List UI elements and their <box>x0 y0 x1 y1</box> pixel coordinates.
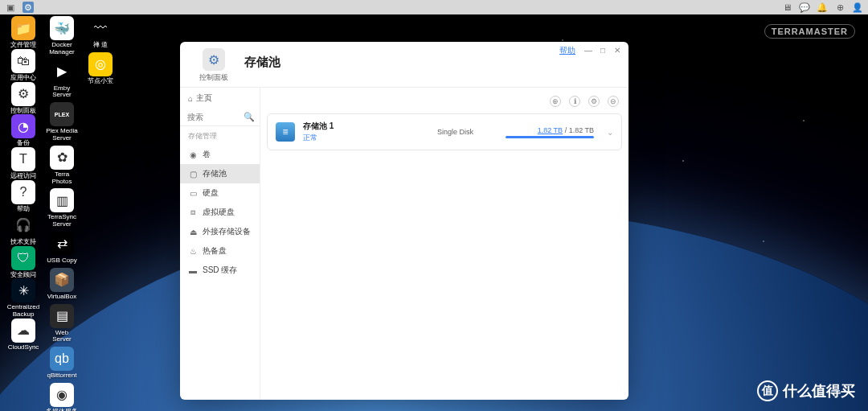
watermark: 值 什么值得买 <box>757 380 855 401</box>
home-icon: ⌂ <box>188 94 193 103</box>
app-icon: ✳ <box>11 278 35 302</box>
control-panel-window: 帮助 ― □ ✕ ⚙ 控制面板 存储池 ⌂主页 🔍 存储管理 ◉卷▢存储池▭硬盘… <box>180 42 628 400</box>
app-icon: ⚙ <box>11 82 35 106</box>
app-icon: 🐳 <box>50 16 74 40</box>
app-label: 技术支持 <box>10 239 36 246</box>
help-link[interactable]: 帮助 <box>559 45 575 56</box>
desktop-app-col1-6[interactable]: 🎧技术支持 <box>6 213 40 246</box>
chat-icon[interactable]: 💬 <box>799 2 810 13</box>
desktop-app-col1-8[interactable]: ✳Centralized Backup <box>6 278 40 319</box>
watermark-text: 什么值得买 <box>783 381 855 401</box>
chevron-down-icon[interactable]: ⌄ <box>607 128 613 137</box>
search-icon[interactable]: 🔍 <box>244 112 255 122</box>
sidebar-home[interactable]: ⌂主页 <box>180 88 260 109</box>
desktop-app-col1-0[interactable]: 📁文件管理 <box>6 16 40 49</box>
pool-name: 存储池 1 <box>303 121 334 132</box>
app-label: 节点小宝 <box>88 78 113 85</box>
desktop-app-col2-6[interactable]: 📦VirtualBox <box>45 268 79 301</box>
pool-status: 正常 <box>303 133 334 143</box>
taskbar-window-icon[interactable]: ▣ <box>5 2 16 13</box>
monitor-icon[interactable]: 🖥 <box>781 2 792 13</box>
watermark-badge: 值 <box>757 380 778 401</box>
desktop-app-col2-8[interactable]: qbqBittorrent <box>45 347 79 380</box>
desktop-app-col2-3[interactable]: ✿Terra Photos <box>45 146 79 186</box>
desktop-app-col3-0[interactable]: 〰禅 道 <box>84 16 117 49</box>
sidebar-item-2[interactable]: ▭硬盘 <box>180 183 260 203</box>
storage-pool-row[interactable]: ≡ 存储池 1 正常 Single Disk 1.82 TB / 1.82 TB… <box>267 113 622 150</box>
sidebar-item-4[interactable]: ⏏外接存储设备 <box>180 222 260 241</box>
sidebar-section-label: 存储管理 <box>180 126 260 145</box>
desktop-app-col1-2[interactable]: ⚙控制面板 <box>6 82 40 115</box>
sidebar-item-label: 热备盘 <box>203 245 227 257</box>
app-icon: qb <box>50 347 74 371</box>
close-button[interactable]: ✕ <box>612 45 622 55</box>
app-label: Plex Media Server <box>45 128 79 142</box>
sidebar-item-icon: ⧈ <box>188 208 198 217</box>
sidebar-item-icon: ▢ <box>188 170 198 179</box>
search-input[interactable] <box>185 110 244 124</box>
app-label: Docker Manager <box>45 42 79 56</box>
app-label: 远程访问 <box>10 173 36 180</box>
control-panel-icon[interactable]: ⚙ 控制面板 <box>199 48 228 83</box>
sidebar-item-icon: ◉ <box>188 150 198 159</box>
app-icon: ▤ <box>50 304 74 328</box>
app-icon: ▥ <box>50 188 74 212</box>
app-icon: T <box>11 147 35 171</box>
desktop-app-col1-1[interactable]: 🛍应用中心 <box>6 49 40 82</box>
brand-logo: TERRAMASTER <box>764 24 855 39</box>
app-icon: 🎧 <box>11 213 35 237</box>
desktop-app-col2-1[interactable]: ▶Emby Server <box>45 60 79 100</box>
desktop-app-col2-7[interactable]: ▤Web Server <box>45 304 79 344</box>
app-icon: ◔ <box>11 114 35 138</box>
maximize-button[interactable]: □ <box>598 45 608 55</box>
desktop-app-col1-9[interactable]: ☁CloudSync <box>6 319 40 351</box>
app-label: 备份 <box>17 140 30 147</box>
desktop-app-col2-4[interactable]: ▥TerraSync Server <box>45 188 79 228</box>
toolbar-btn-1[interactable]: ℹ <box>569 96 580 107</box>
taskbar: ▣ ⚙ 🖥 💬 🔔 ⊕ 👤 <box>0 0 868 14</box>
desktop-app-col1-3[interactable]: ◔备份 <box>6 114 40 147</box>
toolbar-btn-2[interactable]: ⚙ <box>588 96 600 107</box>
app-label: CloudSync <box>8 344 39 351</box>
toolbar-btn-3[interactable]: ⊖ <box>608 96 619 107</box>
sidebar-item-0[interactable]: ◉卷 <box>180 145 260 164</box>
app-icon: ⇄ <box>50 232 74 256</box>
desktop-app-col2-5[interactable]: ⇄USB Copy <box>45 232 79 265</box>
app-icon: ? <box>11 180 35 204</box>
bell-icon[interactable]: 🔔 <box>817 2 828 13</box>
globe-icon[interactable]: ⊕ <box>834 2 845 13</box>
minimize-button[interactable]: ― <box>583 45 593 55</box>
sidebar-item-icon: ♨ <box>188 247 198 256</box>
app-label: Emby Server <box>45 85 79 100</box>
app-icon: ▶ <box>50 60 74 84</box>
app-label: 控制面板 <box>10 108 36 115</box>
app-label: 帮助 <box>17 206 30 213</box>
sidebar-item-label: 存储池 <box>203 168 227 179</box>
desktop-app-col1-4[interactable]: T远程访问 <box>6 147 40 180</box>
storage-pool-icon: ≡ <box>276 122 295 142</box>
sidebar-item-6[interactable]: ▬SSD 缓存 <box>180 261 260 280</box>
desktop-app-col2-9[interactable]: ◉多媒体服务器 <box>45 383 79 411</box>
desktop-app-col2-2[interactable]: PLEXPlex Media Server <box>45 102 79 142</box>
gear-icon: ⚙ <box>203 48 225 71</box>
sidebar-item-icon: ⏏ <box>188 228 198 236</box>
sidebar-item-5[interactable]: ♨热备盘 <box>180 241 260 261</box>
user-icon[interactable]: 👤 <box>852 2 863 13</box>
desktop-app-col1-5[interactable]: ?帮助 <box>6 180 40 213</box>
content-toolbar: ⊕ℹ⚙⊖ <box>267 94 622 113</box>
desktop-app-col3-1[interactable]: ◎节点小宝 <box>84 52 117 85</box>
sidebar-item-icon: ▬ <box>188 266 198 275</box>
app-icon: ◉ <box>50 383 74 407</box>
toolbar-btn-0[interactable]: ⊕ <box>550 96 561 107</box>
app-label: 安全顾问 <box>10 272 36 279</box>
desktop-app-col1-7[interactable]: 🛡安全顾问 <box>6 246 40 279</box>
taskbar-gear-icon[interactable]: ⚙ <box>23 2 34 13</box>
app-label: USB Copy <box>47 257 76 265</box>
sidebar: ⌂主页 🔍 存储管理 ◉卷▢存储池▭硬盘⧈虚拟硬盘⏏外接存储设备♨热备盘▬SSD… <box>180 88 260 400</box>
app-icon: ☁ <box>11 319 35 343</box>
desktop-app-col2-0[interactable]: 🐳Docker Manager <box>45 16 79 56</box>
pool-capacity: 1.82 TB / 1.82 TB <box>538 126 594 134</box>
sidebar-item-label: 硬盘 <box>203 187 219 199</box>
sidebar-item-3[interactable]: ⧈虚拟硬盘 <box>180 203 260 222</box>
sidebar-item-1[interactable]: ▢存储池 <box>180 164 260 183</box>
